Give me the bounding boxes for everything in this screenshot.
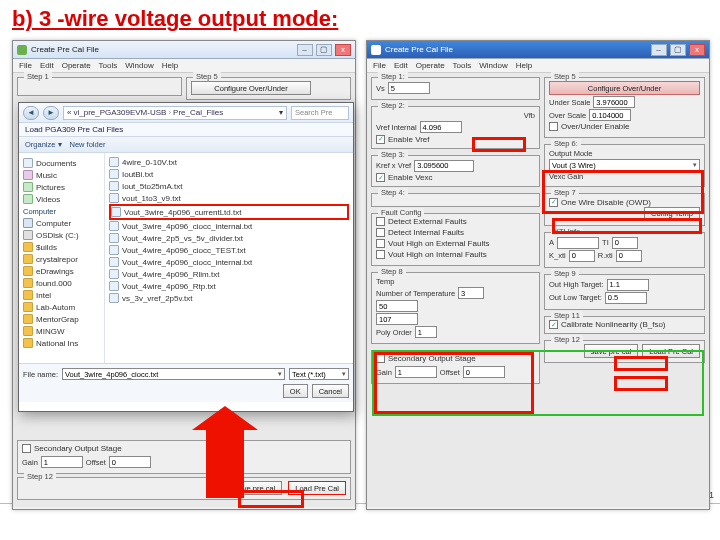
nav-fwd-button[interactable]: ►: [43, 106, 59, 120]
file-item[interactable]: Vout_3wire_4p096_ciocc_internal.txt: [109, 220, 349, 232]
file-item[interactable]: Vout_4wire_4p096_ciocc_TEST.txt: [109, 244, 349, 256]
nonlinearity-checkbox[interactable]: ✓Calibrate Nonlinearity (B_fso): [549, 320, 666, 329]
secondary-output-group-left: Secondary Output Stage Gain 1 Offset 0: [17, 440, 351, 474]
file-item[interactable]: Vout_4wire_4p096_ciocc_internal.txt: [109, 256, 349, 268]
sidebar-item[interactable]: OSDisk (C:): [21, 229, 102, 241]
enable-vref-checkbox[interactable]: ✓Enable Vref: [376, 135, 430, 144]
sidebar-item[interactable]: Intel: [21, 289, 102, 301]
file-item[interactable]: vs_3v_vref_2p5v.txt: [109, 292, 349, 304]
file-item[interactable]: Vout_4wire_4p096_Rlim.txt: [109, 268, 349, 280]
file-list: 4wire_0-10V.txt IoutBi.txt Iout_5to25mA.…: [105, 153, 353, 363]
red-arrow-icon: [206, 426, 244, 498]
filename-field[interactable]: Vout_3wire_4p096_ciocc.txt: [62, 368, 285, 380]
enable-vexc-checkbox[interactable]: ✓Enable Vexc: [376, 173, 432, 182]
owd-checkbox[interactable]: ✓One Wire Disable (OWD): [549, 198, 651, 207]
menu-file[interactable]: File: [373, 61, 386, 70]
minimize-button[interactable]: –: [297, 44, 313, 56]
load-precal-button[interactable]: Load Pre Cal: [642, 344, 700, 358]
ti-field[interactable]: 0: [612, 237, 638, 249]
kref-field[interactable]: 3.095600: [414, 160, 474, 172]
menu-file[interactable]: File: [19, 61, 32, 70]
sidebar-item[interactable]: eDrawings: [21, 265, 102, 277]
sidebar-item[interactable]: Computer: [21, 217, 102, 229]
rxti-field[interactable]: 0: [616, 250, 642, 262]
outputmode-select[interactable]: Vout (3 Wire): [549, 159, 700, 171]
secondary-output-checkbox[interactable]: Secondary Output Stage: [376, 354, 476, 363]
maximize-button[interactable]: ▢: [670, 44, 686, 56]
vref-field[interactable]: 4.096: [420, 121, 462, 133]
offset-label: Offset: [440, 368, 460, 377]
fault-chk[interactable]: Detect Internal Faults: [376, 228, 464, 237]
breadcrumb[interactable]: « vi_pre_PGA309EVM-USB› Pre_Cal_Files ▾: [63, 106, 287, 120]
fault-chk[interactable]: Vout High on Internal Faults: [376, 250, 487, 259]
sidebar-item[interactable]: $uilds: [21, 241, 102, 253]
fault-title: Fault Config: [378, 208, 424, 217]
vs-field[interactable]: 5: [388, 82, 430, 94]
panel-right: Step 1: Vs5 Step 2: Vfb Vref Internal4.0…: [367, 73, 709, 507]
outlow-field[interactable]: 0.5: [605, 292, 647, 304]
sidebar-item[interactable]: Videos: [21, 193, 102, 205]
file-item[interactable]: IoutBi.txt: [109, 168, 349, 180]
sidebar-item[interactable]: Music: [21, 169, 102, 181]
maximize-button[interactable]: ▢: [316, 44, 332, 56]
overscale-field[interactable]: 0.104000: [589, 109, 631, 121]
fault-chk[interactable]: Detect External Faults: [376, 217, 467, 226]
kxti-field[interactable]: 0: [569, 250, 595, 262]
config-temp-button[interactable]: Config Temp: [644, 207, 700, 221]
close-button[interactable]: x: [335, 44, 351, 56]
file-dialog-sidebar: Documents Music Pictures Videos Computer…: [19, 153, 105, 363]
close-button[interactable]: x: [689, 44, 705, 56]
poly-field[interactable]: 1: [415, 326, 437, 338]
menu-help[interactable]: Help: [162, 61, 178, 70]
file-item[interactable]: Vout_4wire_4p096_Rtp.txt: [109, 280, 349, 292]
save-precal-button[interactable]: save pre cal: [584, 344, 638, 358]
ok-button[interactable]: OK: [283, 384, 308, 398]
configure-overunder-button[interactable]: Configure Over/Under: [549, 81, 700, 95]
menu-help[interactable]: Help: [516, 61, 532, 70]
overunder-enable-checkbox[interactable]: Over/Under Enable: [549, 122, 629, 131]
menu-window[interactable]: Window: [125, 61, 153, 70]
sidebar-item[interactable]: National Ins: [21, 337, 102, 349]
gain-field[interactable]: 1: [395, 366, 437, 378]
temp-field[interactable]: 107: [376, 313, 418, 325]
file-item[interactable]: Vout_4wire_2p5_vs_5v_divider.txt: [109, 232, 349, 244]
offset-field[interactable]: 0: [463, 366, 505, 378]
nav-back-button[interactable]: ◄: [23, 106, 39, 120]
sidebar-item[interactable]: Documents: [21, 157, 102, 169]
sidebar-item[interactable]: MINGW: [21, 325, 102, 337]
underscale-field[interactable]: 3.976000: [593, 96, 635, 108]
offset-field[interactable]: 0: [109, 456, 151, 468]
file-item[interactable]: Iout_5to25mA.txt: [109, 180, 349, 192]
temp-field[interactable]: 50: [376, 300, 418, 312]
menu-operate[interactable]: Operate: [62, 61, 91, 70]
a-field[interactable]: [557, 237, 599, 249]
sidebar-item[interactable]: MentorGrap: [21, 313, 102, 325]
file-item[interactable]: 4wire_0-10V.txt: [109, 156, 349, 168]
menu-edit[interactable]: Edit: [40, 61, 54, 70]
minimize-button[interactable]: –: [651, 44, 667, 56]
outhigh-field[interactable]: 1.1: [607, 279, 649, 291]
menu-edit[interactable]: Edit: [394, 61, 408, 70]
sidebar-item[interactable]: Lab-Autom: [21, 301, 102, 313]
menu-tools[interactable]: Tools: [99, 61, 118, 70]
cancel-button[interactable]: Cancel: [312, 384, 349, 398]
menu-tools[interactable]: Tools: [453, 61, 472, 70]
fault-chk[interactable]: Vout High on External Faults: [376, 239, 489, 248]
step11-group: Step 11 ✓Calibrate Nonlinearity (B_fso): [544, 316, 705, 335]
new-folder-button[interactable]: New folder: [70, 140, 106, 149]
load-precal-button[interactable]: Load Pre Cal: [288, 481, 346, 495]
gain-field[interactable]: 1: [41, 456, 83, 468]
file-item-selected[interactable]: Vout_3wire_4p096_currentLtd.txt: [109, 204, 349, 220]
sidebar-item[interactable]: crystalrepor: [21, 253, 102, 265]
secondary-output-checkbox[interactable]: Secondary Output Stage: [22, 444, 122, 453]
menu-window[interactable]: Window: [479, 61, 507, 70]
configure-overunder-button[interactable]: Configure Over/Under: [191, 81, 311, 95]
search-input[interactable]: Search Pre: [291, 106, 349, 120]
step2-group: Step 2: Vfb Vref Internal4.096 ✓Enable V…: [371, 106, 540, 149]
organize-menu[interactable]: Organize ▾: [25, 140, 62, 149]
filetype-select[interactable]: Text (*.txt): [289, 368, 349, 380]
menu-operate[interactable]: Operate: [416, 61, 445, 70]
file-item[interactable]: vout_1to3_v9.txt: [109, 192, 349, 204]
sidebar-item[interactable]: found.000: [21, 277, 102, 289]
sidebar-item[interactable]: Pictures: [21, 181, 102, 193]
